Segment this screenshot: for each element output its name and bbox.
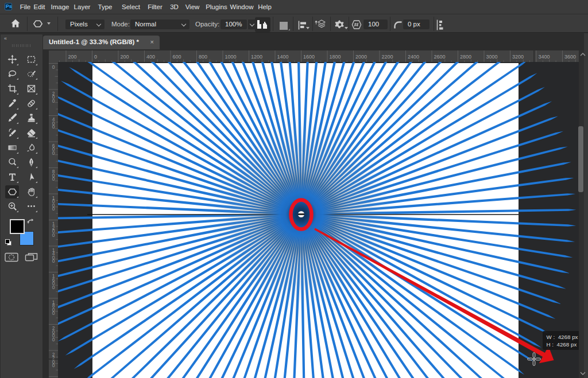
svg-text:1000: 1000: [225, 54, 237, 60]
svg-text:1600: 1600: [303, 54, 315, 60]
svg-text:0: 0: [52, 363, 55, 368]
svg-text:1200: 1200: [251, 54, 262, 60]
svg-text:0: 0: [52, 98, 55, 104]
svg-text:200: 200: [68, 54, 77, 60]
svg-text:0: 0: [52, 124, 55, 130]
svg-text:400: 400: [146, 54, 155, 60]
svg-text:3200: 3200: [512, 54, 524, 60]
svg-text:3000: 3000: [486, 54, 498, 60]
svg-text:0: 0: [52, 150, 55, 156]
svg-text:3600: 3600: [564, 54, 576, 60]
svg-text:2000: 2000: [355, 54, 367, 60]
svg-text:200: 200: [121, 54, 129, 60]
svg-text:0: 0: [52, 232, 55, 238]
svg-text:2400: 2400: [408, 54, 419, 60]
svg-text:2200: 2200: [382, 54, 393, 60]
svg-text:3400: 3400: [539, 54, 550, 60]
svg-text:0: 0: [52, 337, 55, 342]
svg-text:0: 0: [52, 206, 55, 212]
svg-text:2800: 2800: [460, 54, 471, 60]
svg-text:600: 600: [173, 54, 181, 60]
svg-text:2600: 2600: [434, 54, 446, 60]
svg-text:0: 0: [52, 258, 55, 264]
svg-text:0: 0: [52, 310, 55, 316]
svg-text:800: 800: [199, 54, 207, 60]
svg-text:1400: 1400: [277, 54, 289, 60]
svg-text:0: 0: [52, 285, 55, 290]
svg-text:0: 0: [52, 64, 55, 70]
svg-text:1800: 1800: [330, 54, 341, 60]
svg-text:0: 0: [52, 176, 55, 182]
svg-text:0: 0: [94, 54, 97, 60]
